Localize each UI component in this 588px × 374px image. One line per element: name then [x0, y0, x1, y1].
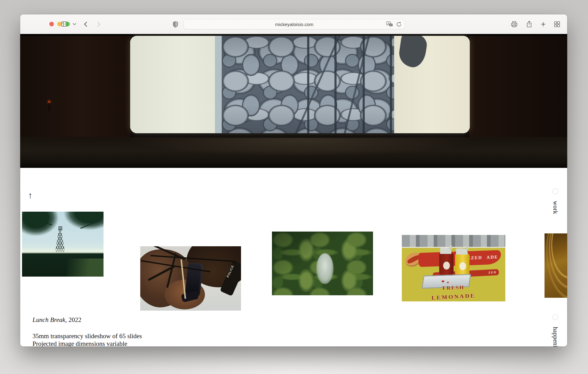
work-title-italic: Lunch Break — [32, 316, 65, 323]
photo-lemonade-stand[interactable]: EEZED ADE ZED FRESH LEMONADE — [402, 235, 505, 301]
stand-window-band — [402, 235, 505, 248]
tab-overview-button[interactable] — [552, 20, 562, 29]
banner-text: ADE — [486, 255, 498, 260]
printer-icon — [511, 21, 518, 28]
address-bar[interactable]: mickeyaloisio.com A x — [184, 19, 405, 29]
slide-stone-wall — [222, 36, 394, 133]
nav-work-label[interactable]: work — [552, 201, 559, 214]
sidebar-toggle-button[interactable] — [59, 20, 70, 29]
photo-amber-abstract[interactable] — [545, 233, 567, 298]
hero-dark-wall-right — [469, 36, 567, 137]
plus-icon: + — [541, 20, 546, 29]
work-title: Lunch Break, 2022 — [32, 316, 81, 324]
share-button[interactable] — [524, 20, 534, 29]
ketchup-pump — [440, 248, 451, 254]
nav-work-circle-icon[interactable] — [552, 188, 558, 194]
ketchup-spill — [442, 280, 445, 282]
nav-work[interactable]: work — [552, 188, 559, 214]
sidebar-dropdown-button[interactable] — [71, 20, 78, 29]
derrick-tower-top — [58, 226, 62, 230]
safari-window: mickeyaloisio.com A x — [20, 14, 567, 346]
lemonade-text: LEMONADE — [402, 291, 505, 301]
desktop: mickeyaloisio.com A x — [0, 0, 588, 374]
gate-diagonal-bar — [337, 36, 372, 133]
hero-floor-reflection — [130, 138, 470, 163]
slide-doorframe-stripe — [215, 36, 222, 133]
new-tab-button[interactable]: + — [538, 20, 548, 29]
slide-blank-wall-left — [130, 36, 215, 133]
red-led-light — [48, 101, 50, 103]
gate-bar — [307, 36, 309, 133]
back-chevron-icon — [84, 21, 87, 27]
print-button[interactable] — [509, 20, 519, 29]
forward-chevron-icon — [97, 21, 101, 27]
projected-slide-image — [130, 36, 470, 133]
mustard-pump — [456, 248, 467, 255]
gate-bar — [390, 36, 392, 133]
gate-bar — [363, 36, 365, 133]
chevron-down-icon — [73, 23, 76, 25]
water-puddle — [316, 253, 334, 284]
browser-toolbar: mickeyaloisio.com A x — [20, 14, 567, 34]
address-bar-url: mickeyaloisio.com — [275, 22, 313, 27]
sidebar-icon — [61, 21, 68, 28]
gate-bar — [334, 36, 337, 133]
hero-dark-wall-left — [20, 36, 130, 137]
photo-grass-stream[interactable] — [272, 232, 373, 295]
dispenser-label — [443, 262, 450, 270]
back-button[interactable] — [81, 20, 90, 29]
share-icon — [526, 21, 533, 28]
nav-happenings-label[interactable]: happenings — [552, 327, 559, 346]
shield-icon — [173, 21, 178, 28]
banner-text-small: ZED — [488, 270, 497, 274]
close-window-button[interactable] — [49, 22, 54, 26]
work-detail-line: 35mm transparency slideshow of 65 slides — [32, 332, 142, 340]
tab-grid-icon — [554, 21, 560, 28]
photo-police-horse[interactable]: POLICE — [140, 246, 241, 311]
ketchup-spill — [447, 282, 449, 283]
privacy-report-button[interactable] — [171, 20, 180, 29]
work-details: 35mm transparency slideshow of 65 slides… — [32, 332, 142, 346]
nav-happenings-circle-icon[interactable] — [552, 314, 558, 320]
nav-happenings[interactable]: happenings — [552, 314, 559, 346]
sunlit-grass — [67, 259, 104, 277]
tree-foliage — [22, 212, 59, 236]
dispenser-label — [459, 262, 466, 270]
scroll-to-top-arrow[interactable]: ↑ — [28, 191, 32, 200]
horizon-glow — [22, 248, 104, 253]
translate-icon[interactable]: A x — [386, 21, 393, 28]
red-led-fixture — [49, 103, 50, 111]
forward-button[interactable] — [94, 20, 104, 29]
work-detail-line: Projected image dimensions variable — [32, 340, 142, 346]
webpage-content: ↑ POLICE — [20, 34, 567, 346]
gate-diagonal-bar — [286, 36, 343, 133]
work-title-year: , 2022 — [65, 316, 81, 323]
photo-tower-landscape[interactable] — [22, 212, 104, 277]
reload-icon[interactable] — [396, 21, 402, 27]
hero-photo-slideshow-installation[interactable] — [20, 34, 567, 168]
